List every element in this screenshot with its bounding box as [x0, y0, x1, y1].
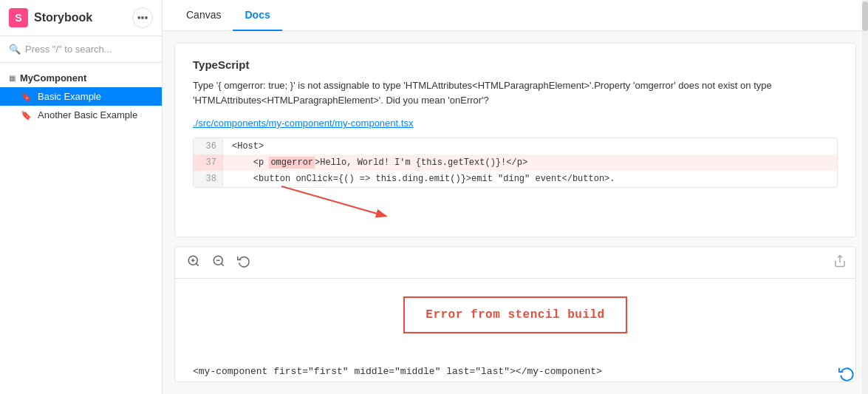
typescript-panel: TypeScript Type '{ omgerror: true; }' is… [174, 43, 856, 237]
tabs-bar: Canvas Docs [163, 0, 868, 31]
content-area: TypeScript Type '{ omgerror: true; }' is… [163, 31, 868, 394]
typescript-panel-description: Type '{ omgerror: true; }' is not assign… [193, 78, 838, 107]
svg-line-7 [221, 263, 223, 265]
error-arrow-svg [237, 185, 400, 222]
arrow-annotation [193, 185, 838, 222]
expand-icon: ▦ [9, 74, 16, 82]
line-number-37: 37 [194, 154, 223, 171]
scrollbar-thumb[interactable] [862, 1, 868, 31]
sidebar-group-mycomponent[interactable]: ▦ MyComponent [0, 69, 162, 87]
preview-error-area: Error from stencil build [175, 279, 855, 351]
tab-canvas[interactable]: Canvas [174, 0, 233, 31]
storybook-logo-text: Storybook [34, 11, 92, 24]
sidebar-item-another-basic-example[interactable]: 🔖 Another Basic Example [0, 106, 162, 124]
typescript-panel-title: TypeScript [193, 58, 838, 71]
line-number-36: 36 [194, 138, 223, 154]
main-wrapper: Canvas Docs TypeScript Type '{ omgerror:… [163, 0, 868, 394]
svg-line-1 [281, 186, 385, 216]
nav-group-label: MyComponent [20, 72, 86, 84]
preview-panel: Error from stencil build <my-component f… [174, 246, 856, 382]
sidebar: S Storybook ••• 🔍 Press "/" to search...… [0, 0, 163, 394]
sidebar-item-basic-example[interactable]: 🔖 Basic Example [0, 87, 162, 106]
zoom-out-button[interactable] [209, 253, 228, 272]
typescript-file-link[interactable]: ./src/components/my-component/my-compone… [193, 118, 413, 129]
bookmark-icon: 🔖 [21, 92, 32, 102]
tab-docs[interactable]: Docs [233, 0, 281, 31]
line-content-37: <p omgerror>Hello, World! I'm {this.getT… [223, 154, 837, 171]
search-placeholder-text: Press "/" to search... [25, 44, 112, 55]
nav-item-label: Basic Example [38, 91, 101, 102]
svg-line-3 [196, 263, 198, 265]
main-content: Canvas Docs TypeScript Type '{ omgerror:… [163, 0, 868, 394]
refresh-icon[interactable] [838, 365, 855, 385]
code-line-36: 36 <Host> [194, 138, 837, 154]
bookmark-icon-2: 🔖 [21, 110, 32, 120]
sidebar-menu-button[interactable]: ••• [132, 7, 153, 28]
preview-toolbar [175, 247, 855, 279]
line-content-36: <Host> [223, 138, 837, 154]
code-block: 36 <Host> 37 <p omgerror>Hello, World! I… [193, 137, 838, 188]
scrollbar-track[interactable] [862, 0, 868, 394]
storybook-logo-icon: S [9, 8, 28, 27]
search-icon: 🔍 [9, 44, 21, 55]
search-field[interactable]: 🔍 Press "/" to search... [9, 44, 153, 55]
sidebar-nav: ▦ MyComponent 🔖 Basic Example 🔖 Another … [0, 63, 162, 394]
error-from-stencil-build-box: Error from stencil build [403, 296, 626, 333]
preview-code-content: <my-component first="first" middle="midd… [175, 351, 855, 382]
share-button[interactable] [833, 254, 847, 271]
sidebar-header: S Storybook ••• [0, 0, 162, 36]
code-line-37: 37 <p omgerror>Hello, World! I'm {this.g… [194, 154, 837, 171]
reset-zoom-button[interactable] [234, 253, 253, 272]
zoom-in-button[interactable] [184, 253, 203, 272]
sidebar-search-area[interactable]: 🔍 Press "/" to search... [0, 36, 162, 63]
sidebar-logo: S Storybook [9, 8, 92, 27]
nav-item-label-2: Another Basic Example [38, 109, 137, 120]
